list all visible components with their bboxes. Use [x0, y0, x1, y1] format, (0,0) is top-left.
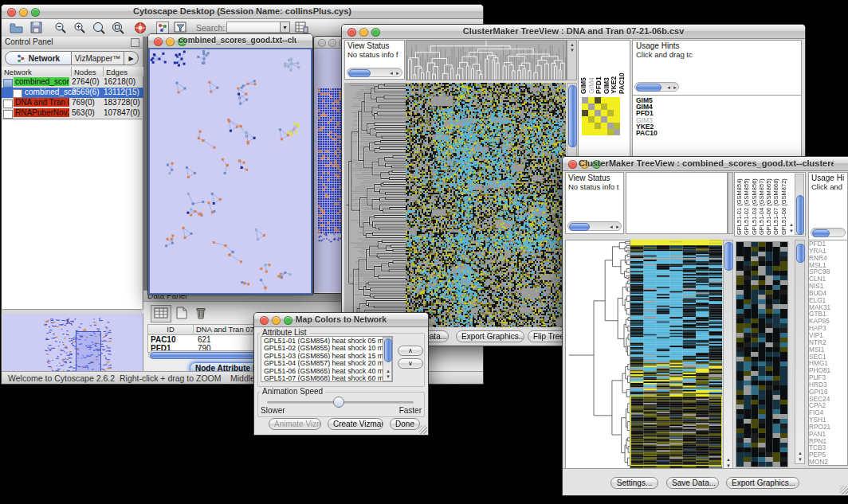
tv1-correlation-matrix[interactable]	[582, 97, 620, 135]
scroll-up-icon[interactable]: ▲	[386, 369, 391, 373]
scroll-down-icon[interactable]: ▼	[386, 374, 391, 379]
tv1-column-dendrogram[interactable]	[406, 40, 567, 80]
tv2-gene-label[interactable]: VIP1	[809, 332, 847, 339]
map-dialog-button[interactable]: Animate Vizmap	[269, 418, 321, 430]
map-dialog-button[interactable]: Done	[390, 418, 420, 430]
tv2-gene-label[interactable]: RPO21	[809, 424, 847, 431]
save-icon[interactable]	[30, 21, 42, 37]
tv2-gene-label[interactable]: MON2	[809, 459, 847, 466]
network-list-row[interactable]: combined_sco 2569(6) 13112(15)	[2, 88, 143, 98]
tab-network[interactable]: Network	[5, 51, 72, 65]
tv2-gene-label[interactable]: KAP95	[809, 318, 847, 325]
tv1-status-scroll-thumb[interactable]	[348, 69, 371, 77]
tv2-column-tree-area[interactable]	[626, 172, 728, 234]
tv2-gene-label[interactable]: BUD4	[809, 290, 847, 297]
main-titlebar[interactable]: Cytoscape Desktop (Session Name: collins…	[2, 5, 483, 19]
tv1-row-label[interactable]: PAC10	[636, 130, 658, 136]
tv2-gene-label[interactable]: PHO81	[809, 367, 847, 374]
attribute-list-item[interactable]: GPL51-06 (GSM865) heat shock 40 min	[261, 367, 392, 374]
speed-slider-thumb[interactable]	[333, 397, 344, 408]
move-up-button[interactable]: ∧	[398, 346, 423, 356]
scroll-up-icon[interactable]: ▲	[726, 457, 731, 462]
col-network[interactable]: Network	[2, 67, 72, 76]
tv2-gene-label[interactable]: PUF3	[809, 374, 847, 381]
scroll-right-icon[interactable]: ►	[673, 85, 677, 90]
tv2-gene-label[interactable]: MSL1	[809, 262, 847, 269]
tv2-button[interactable]: Save Data...	[666, 477, 719, 489]
document-icon[interactable]	[173, 305, 190, 321]
attribute-list-scrollbar[interactable]: ▲ ▼	[383, 337, 392, 381]
attribute-list-scroll-thumb[interactable]	[384, 338, 392, 362]
tv2-summary-strip[interactable]	[736, 241, 788, 467]
tv2-gene-label[interactable]: HMG1	[809, 360, 847, 367]
attribute-list[interactable]: GPL51-01 (GSM854) heat shock 05 minGPL51…	[261, 336, 393, 382]
close-icon[interactable]	[568, 160, 577, 169]
move-down-button[interactable]: ∨	[398, 358, 423, 369]
treeview2-titlebar[interactable]: ClusterMaker TreeView : combined_scores_…	[563, 157, 848, 171]
resize-grip[interactable]	[840, 486, 848, 494]
tv2-gene-label[interactable]: FIG4	[809, 409, 847, 416]
scroll-left-icon[interactable]: ◄	[389, 71, 394, 76]
minimize-icon[interactable]	[328, 39, 336, 47]
tv2-heatmap-canvas[interactable]	[630, 240, 722, 469]
tv2-gene-label[interactable]: GTB1	[809, 311, 847, 318]
tv2-gene-label[interactable]: PEP5	[809, 451, 847, 459]
tv2-status-scrollbar[interactable]: ◄ ►	[567, 221, 622, 231]
tv2-gene-label[interactable]: HRD3	[809, 381, 847, 389]
tv1-row-dendrogram[interactable]	[344, 83, 406, 327]
tv1-usage-scroll-thumb[interactable]	[636, 84, 662, 92]
network-list-row[interactable]: DNA and Tran 07 769(0) 183728(0)	[2, 98, 143, 108]
tv2-vscroll-thumb[interactable]	[724, 242, 733, 271]
tv2-button[interactable]: Export Graphics...	[726, 477, 799, 489]
float-panel-icon[interactable]	[131, 38, 139, 47]
tv2-gene-label[interactable]: TCB3	[809, 444, 847, 451]
map-dialog-titlebar[interactable]: Map Colors to Network	[254, 313, 428, 327]
tv2-gene-label[interactable]: NTR2	[809, 339, 847, 346]
tv2-gene-label[interactable]: MAK31	[809, 304, 847, 311]
scroll-up-icon[interactable]: ▲	[789, 222, 794, 227]
tv2-gene-label[interactable]: GPI16	[809, 389, 847, 396]
tv2-gene-label[interactable]: SEC24	[809, 396, 847, 403]
search-dropdown-icon[interactable]: ▼	[280, 21, 290, 33]
network-tree-area[interactable]	[2, 119, 142, 310]
tv2-gene-label[interactable]: CLN1	[809, 275, 847, 283]
tv2-collabel-scrollbar[interactable]	[795, 174, 804, 235]
network-list-row[interactable]: combined_scores 2764(0) 16218(0)	[2, 77, 143, 88]
zoom-in-icon[interactable]	[73, 21, 86, 37]
attribute-list-item[interactable]: GPL51-01 (GSM854) heat shock 05 min	[261, 337, 392, 344]
tv1-button[interactable]: Export Graphics...	[456, 330, 524, 342]
trash-icon[interactable]	[192, 305, 210, 321]
help-ring-icon[interactable]	[134, 21, 147, 37]
scroll-left-icon[interactable]: ◄	[666, 85, 671, 90]
scroll-down-icon[interactable]: ▼	[789, 229, 794, 233]
tv2-gene-label[interactable]: ELG1	[809, 297, 847, 304]
tv2-gene-label[interactable]: SPC98	[809, 268, 847, 275]
close-icon[interactable]	[7, 8, 16, 17]
scroll-down-icon[interactable]: ▼	[798, 457, 803, 462]
scroll-right-icon[interactable]: ►	[615, 225, 620, 229]
tv2-gene-label[interactable]: CPA2	[809, 402, 847, 409]
zoom-selected-icon[interactable]	[92, 21, 105, 37]
tab-vizmapper[interactable]: VizMapper™	[72, 51, 124, 65]
tv1-top-scroll-strip[interactable]: ▲ ▼	[567, 40, 577, 80]
tv2-status-scroll-thumb[interactable]	[569, 223, 590, 231]
tv2-genelist-scrollbar[interactable]: ▲ ▼	[795, 240, 805, 464]
close-icon[interactable]	[318, 39, 326, 47]
tv2-vscrollbar[interactable]: ▲ ▼	[723, 240, 733, 471]
map-dialog-button[interactable]: Create Vizmap	[328, 418, 383, 430]
tv1-heatmap-canvas[interactable]	[406, 83, 566, 327]
resize-grip[interactable]	[418, 425, 427, 434]
tv2-collabel-scroll-thumb[interactable]	[796, 195, 804, 235]
open-folder-icon[interactable]	[10, 21, 23, 37]
tv2-gene-label[interactable]: MSI1	[809, 346, 847, 354]
close-icon[interactable]	[260, 316, 269, 325]
col-nodes[interactable]: Nodes	[72, 67, 104, 76]
tv2-gene-label[interactable]: YSH1	[809, 416, 847, 424]
scroll-right-icon[interactable]: ►	[395, 71, 400, 76]
scroll-left-icon[interactable]: ◄	[609, 225, 614, 229]
minimize-icon[interactable]	[166, 37, 175, 46]
tv2-usage-scroll-thumb[interactable]	[812, 229, 830, 237]
zoom-fit-icon[interactable]	[112, 21, 124, 37]
attribute-list-item[interactable]: GPL51-07 (GSM868) heat shock 60 min	[261, 374, 392, 381]
tv2-gene-label[interactable]: SEC1	[809, 354, 847, 361]
